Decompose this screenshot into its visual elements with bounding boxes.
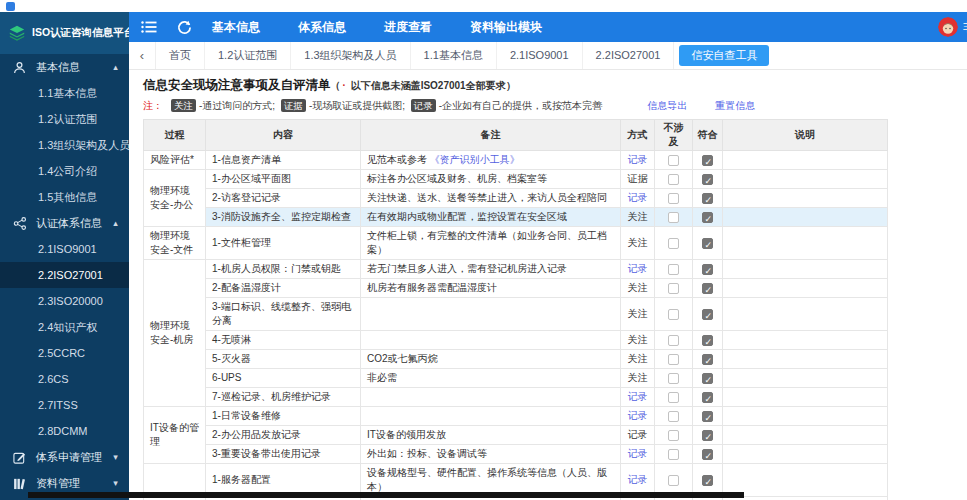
note-cell[interactable] (723, 445, 888, 464)
tab-active[interactable]: 信安自查工具 (679, 45, 769, 66)
note-cell[interactable] (723, 407, 888, 426)
not-involved-checkbox[interactable] (668, 212, 679, 223)
not-involved-checkbox[interactable] (668, 193, 679, 204)
note-cell[interactable] (723, 208, 888, 227)
sidebar-subitem[interactable]: 1.3组织架构及人员 (0, 132, 129, 158)
sidebar-subitem[interactable]: 2.3ISO20000 (0, 288, 129, 314)
action-link[interactable]: 信息导出 (647, 100, 687, 111)
note-cell[interactable] (723, 189, 888, 208)
note-cell[interactable] (723, 497, 888, 500)
note-cell[interactable] (723, 369, 888, 388)
remark-link[interactable]: 《资产识别小工具》 (430, 154, 520, 165)
not-involved-checkbox[interactable] (668, 283, 679, 294)
action-link[interactable]: 重置信息 (715, 100, 755, 111)
not-involved-checkbox[interactable] (668, 174, 679, 185)
conform-checkbox[interactable] (702, 283, 713, 294)
not-involved-checkbox[interactable] (668, 449, 679, 460)
refresh-icon[interactable] (177, 20, 192, 35)
not-involved-checkbox[interactable] (668, 354, 679, 365)
not-involved-checkbox[interactable] (668, 335, 679, 346)
mode-link[interactable]: 记录 (628, 154, 648, 165)
sidebar-subitem[interactable]: 1.1基本信息 (0, 80, 129, 106)
note-cell[interactable] (723, 388, 888, 407)
conform-checkbox[interactable] (702, 155, 713, 166)
sidebar-section[interactable]: 基本信息▲ (0, 54, 129, 80)
sidebar-subitem[interactable]: 1.5其他信息 (0, 184, 129, 210)
conform-checkbox[interactable] (702, 335, 713, 346)
sidebar-subitem[interactable]: 2.4知识产权 (0, 314, 129, 340)
note-cell[interactable] (723, 331, 888, 350)
mode-link[interactable]: 记录 (628, 448, 648, 459)
not-involved-cell (655, 369, 693, 388)
note-cell[interactable] (723, 227, 888, 260)
tab[interactable]: 1.2认证范围 (205, 42, 291, 69)
conform-checkbox[interactable] (702, 193, 713, 204)
not-involved-checkbox[interactable] (668, 430, 679, 441)
sidebar-subitem[interactable]: 1.2认证范围 (0, 106, 129, 132)
note-cell[interactable] (723, 279, 888, 298)
avatar[interactable] (938, 17, 958, 37)
top-menu-item[interactable]: 进度查看 (384, 19, 432, 36)
username-partial[interactable]: 非 (963, 19, 967, 36)
note-cell[interactable] (723, 260, 888, 279)
edit-icon (13, 450, 28, 464)
tab[interactable]: 1.1基本信息 (411, 42, 497, 69)
mode-link[interactable]: 记录 (628, 192, 648, 203)
not-involved-checkbox[interactable] (668, 155, 679, 166)
not-involved-checkbox[interactable] (668, 411, 679, 422)
sidebar-subitem[interactable]: 1.4公司介绍 (0, 158, 129, 184)
note-cell[interactable] (723, 151, 888, 170)
sidebar-subitem[interactable]: 2.5CCRC (0, 340, 129, 366)
mode-link[interactable]: 记录 (628, 410, 648, 421)
not-involved-checkbox[interactable] (668, 264, 679, 275)
conform-cell (693, 279, 723, 298)
conform-checkbox[interactable] (702, 309, 713, 320)
conform-checkbox[interactable] (702, 475, 713, 486)
conform-checkbox[interactable] (702, 392, 713, 403)
conform-checkbox[interactable] (702, 174, 713, 185)
conform-checkbox[interactable] (702, 411, 713, 422)
horizontal-scrollbar[interactable] (28, 492, 744, 498)
not-involved-checkbox[interactable] (668, 309, 679, 320)
conform-checkbox[interactable] (702, 238, 713, 249)
tab[interactable]: 1.3组织架构及人员 (291, 42, 410, 69)
not-involved-checkbox[interactable] (668, 475, 679, 486)
not-involved-checkbox[interactable] (668, 392, 679, 403)
note-cell[interactable] (723, 464, 888, 497)
not-involved-checkbox[interactable] (668, 373, 679, 384)
remark-text: 文件柜上锁，有完整的文件清单（如业务合同、员工档案） (367, 230, 607, 255)
mode-link[interactable]: 记录 (628, 474, 648, 485)
tab[interactable]: 2.1ISO9001 (497, 42, 583, 69)
sidebar-subitem[interactable]: 2.6CS (0, 366, 129, 392)
note-cell[interactable] (723, 426, 888, 445)
not-involved-checkbox[interactable] (668, 238, 679, 249)
conform-checkbox[interactable] (702, 373, 713, 384)
top-menu-item[interactable]: 基本信息 (212, 19, 260, 36)
tab[interactable]: 首页 (156, 42, 205, 69)
conform-cell (693, 369, 723, 388)
mode-link[interactable]: 记录 (628, 263, 648, 274)
conform-checkbox[interactable] (702, 264, 713, 275)
content-cell: 4-无喷淋 (206, 331, 361, 350)
menu-list-icon[interactable] (141, 20, 157, 34)
note-cell[interactable] (723, 350, 888, 369)
sidebar-subitem[interactable]: 2.8DCMM (0, 418, 129, 444)
main-area: 基本信息体系信息进度查看资料输出模块 非 ‹ 首页1.2认证范围1.3组织架构及… (129, 12, 967, 500)
conform-checkbox[interactable] (702, 449, 713, 460)
conform-checkbox[interactable] (702, 430, 713, 441)
note-cell[interactable] (723, 298, 888, 331)
back-arrow-icon[interactable]: ‹ (129, 42, 156, 69)
sidebar-section[interactable]: 认证体系信息▲ (0, 210, 129, 236)
conform-checkbox[interactable] (702, 212, 713, 223)
top-menu-item[interactable]: 资料输出模块 (470, 19, 542, 36)
tab[interactable]: 2.2ISO27001 (583, 42, 675, 69)
sidebar-subitem[interactable]: 2.2ISO27001 (0, 262, 129, 288)
remark-cell (361, 331, 621, 350)
sidebar-subitem[interactable]: 2.1ISO9001 (0, 236, 129, 262)
conform-checkbox[interactable] (702, 354, 713, 365)
top-menu-item[interactable]: 体系信息 (298, 19, 346, 36)
sidebar-section[interactable]: 体系申请管理▼ (0, 444, 129, 470)
sidebar-subitem[interactable]: 2.7ITSS (0, 392, 129, 418)
mode-link[interactable]: 记录 (628, 391, 648, 402)
note-cell[interactable] (723, 170, 888, 189)
